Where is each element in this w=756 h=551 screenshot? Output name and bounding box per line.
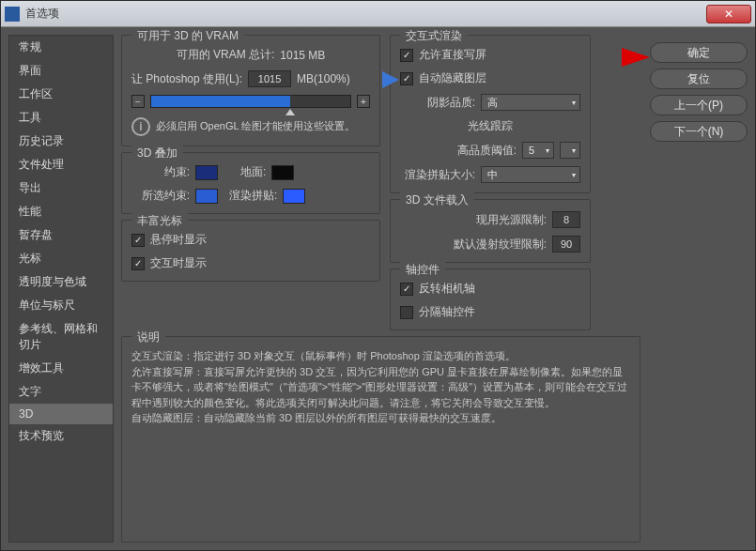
slider-plus[interactable]: + <box>357 95 370 108</box>
sidebar-item[interactable]: 暂存盘 <box>9 223 113 247</box>
separate-label: 分隔轴控件 <box>419 304 475 320</box>
autohide-label: 自动隐藏图层 <box>419 70 486 86</box>
tilesize-label: 渲染拼贴大小: <box>405 167 475 183</box>
cursor-group: 丰富光标 悬停时显示 交互时显示 <box>121 220 380 282</box>
hq-label: 高品质阈值: <box>457 143 517 159</box>
app-icon <box>5 7 20 22</box>
vram-title: 可用于 3D 的 VRAM <box>131 28 244 44</box>
slider-handle[interactable] <box>285 109 295 115</box>
desc-title: 说明 <box>131 329 165 345</box>
tex-label: 默认漫射纹理限制: <box>454 237 547 253</box>
close-button[interactable]: ✕ <box>706 5 751 23</box>
autohide-checkbox[interactable] <box>400 72 413 85</box>
sidebar-item[interactable]: 常规 <box>9 36 113 59</box>
sidebar-item[interactable]: 文件处理 <box>9 153 113 176</box>
vram-info: 必须启用 OpenGL 绘图才能使用这些设置。 <box>156 119 355 133</box>
interact-label: 交互时显示 <box>150 255 207 271</box>
tilesize-select[interactable]: 中 <box>481 166 580 183</box>
titlebar: 首选项 ✕ <box>1 1 755 27</box>
desc-group: 说明 交互式渲染：指定进行 3D 对象交互（鼠标事件）时 Photoshop 渲… <box>121 336 640 543</box>
window-title: 首选项 <box>25 6 706 22</box>
ok-button[interactable]: 确定 <box>650 42 748 63</box>
shadow-select[interactable]: 高 <box>481 94 580 111</box>
ground-swatch[interactable] <box>271 165 294 180</box>
separate-checkbox[interactable] <box>400 306 413 319</box>
hover-checkbox[interactable] <box>131 234 145 247</box>
vram-use-label: 让 Photoshop 使用(L): <box>131 71 242 87</box>
sidebar-item[interactable]: 工具 <box>9 106 113 130</box>
tile-swatch[interactable] <box>283 189 305 204</box>
hq-dropdown[interactable] <box>560 142 580 159</box>
fileload-group: 3D 文件载入 现用光源限制: 默认漫射纹理限制: <box>390 199 591 263</box>
sidebar-item[interactable]: 导出 <box>9 176 113 200</box>
light-label: 现用光源限制: <box>476 212 547 228</box>
next-button[interactable]: 下一个(N) <box>650 121 748 142</box>
vram-group: 可用于 3D 的 VRAM 可用的 VRAM 总计: 1015 MB 让 Pho… <box>121 35 380 146</box>
info-icon: i <box>131 117 150 136</box>
vram-use-input[interactable] <box>248 70 291 87</box>
reverse-checkbox[interactable] <box>400 283 413 296</box>
hover-label: 悬停时显示 <box>150 232 207 248</box>
tex-input[interactable] <box>552 236 580 253</box>
prev-button[interactable]: 上一个(P) <box>650 95 748 115</box>
arrow-red-icon <box>622 48 650 67</box>
sidebar-item[interactable]: 界面 <box>9 59 113 83</box>
constraint-swatch[interactable] <box>195 165 218 180</box>
sidebar-item[interactable]: 文字 <box>9 380 113 404</box>
sidebar-item[interactable]: 3D <box>9 404 113 424</box>
interact-checkbox[interactable] <box>131 257 145 270</box>
sidebar-item[interactable]: 透明度与色域 <box>9 270 113 294</box>
slider-minus[interactable]: − <box>131 95 145 108</box>
sidebar-item[interactable]: 增效工具 <box>9 357 113 380</box>
tile-label: 渲染拼贴: <box>229 188 277 204</box>
render-group: 交互式渲染 允许直接写屏 自动隐藏图层 阴影品质:高 光线跟踪 高品质阈值:5 … <box>390 35 591 193</box>
sidebar-item[interactable]: 单位与标尺 <box>9 294 113 317</box>
render-title: 交互式渲染 <box>400 28 468 44</box>
constraint-label: 约束: <box>131 164 190 180</box>
overlay-title: 3D 叠加 <box>131 145 183 161</box>
axis-title: 轴控件 <box>400 262 445 278</box>
ground-label: 地面: <box>240 164 266 180</box>
axis-group: 轴控件 反转相机轴 分隔轴控件 <box>390 268 591 330</box>
sel-constraint-swatch[interactable] <box>195 189 218 204</box>
vram-total-label: 可用的 VRAM 总计: <box>177 47 275 63</box>
fileload-title: 3D 文件载入 <box>400 192 474 208</box>
arrow-blue-icon <box>382 71 399 88</box>
vram-unit: MB(100%) <box>297 72 350 85</box>
hq-select[interactable]: 5 <box>522 142 554 159</box>
sidebar-item[interactable]: 历史记录 <box>9 130 113 153</box>
vram-slider[interactable] <box>150 95 351 108</box>
direct-checkbox[interactable] <box>400 49 413 62</box>
sidebar-item[interactable]: 光标 <box>9 247 113 270</box>
shadow-label: 阴影品质: <box>427 95 475 111</box>
overlay-group: 3D 叠加 约束: 地面: 所选约束: 渲染拼贴: <box>121 152 380 214</box>
ray-title: 光线跟踪 <box>400 118 580 134</box>
desc-text: 交互式渲染：指定进行 3D 对象交互（鼠标事件）时 Photoshop 渲染选项… <box>131 348 630 426</box>
reverse-label: 反转相机轴 <box>419 281 475 297</box>
category-sidebar: 常规界面工作区工具历史记录文件处理导出性能暂存盘光标透明度与色域单位与标尺参考线… <box>8 35 114 543</box>
sidebar-item[interactable]: 参考线、网格和切片 <box>9 317 113 357</box>
sidebar-item[interactable]: 性能 <box>9 200 113 223</box>
cursor-title: 丰富光标 <box>131 213 188 229</box>
sel-constraint-label: 所选约束: <box>131 188 190 204</box>
light-input[interactable] <box>552 211 580 228</box>
direct-label: 允许直接写屏 <box>419 47 486 63</box>
vram-total-value: 1015 MB <box>280 49 325 62</box>
sidebar-item[interactable]: 工作区 <box>9 83 113 106</box>
sidebar-item[interactable]: 技术预览 <box>9 424 113 448</box>
reset-button[interactable]: 复位 <box>650 69 748 89</box>
